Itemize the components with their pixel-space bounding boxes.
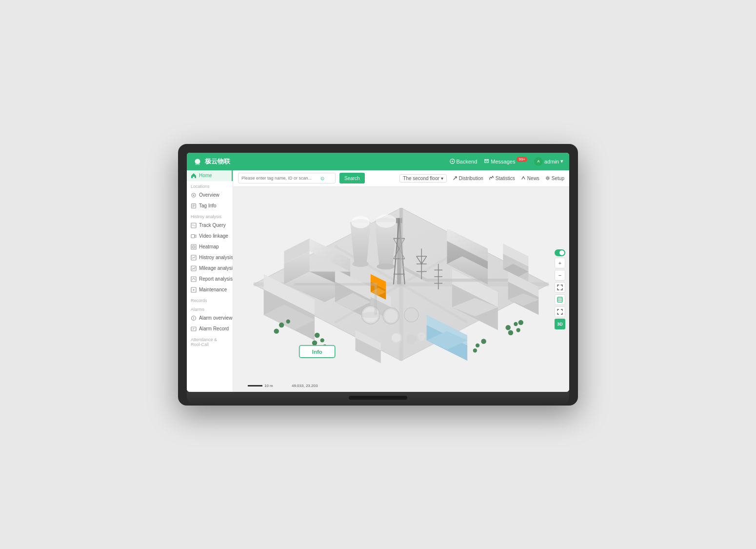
admin-label: admin	[544, 159, 559, 164]
laptop-screen: 极云物联 Backend Messages 99+ A admin ▾	[187, 153, 569, 392]
svg-point-63	[384, 309, 398, 322]
fullscreen-button[interactable]	[555, 306, 565, 317]
statistics-nav[interactable]: Statistics	[489, 176, 515, 181]
svg-point-91	[473, 348, 477, 352]
sidebar-alarm-record-label: Alarm Record	[199, 326, 229, 331]
logo-text: 极云物联	[205, 157, 230, 166]
floor-chevron-icon: ▾	[441, 176, 443, 181]
chevron-down-icon: ▾	[560, 158, 563, 164]
svg-point-64	[404, 307, 418, 322]
sidebar-item-alarm-overview[interactable]: Alarm overview	[187, 313, 233, 324]
svg-rect-5	[191, 234, 195, 238]
svg-point-32	[376, 214, 396, 227]
sidebar-item-maintenance[interactable]: Maintenance	[187, 285, 233, 295]
sidebar-section-alarms: Alarms	[187, 304, 233, 313]
scale-label: 10 m	[264, 384, 273, 388]
logo: 极云物联	[193, 157, 230, 166]
distribution-nav[interactable]: Distribution	[453, 176, 483, 181]
sidebar-item-mileage[interactable]: Mileage analysis	[187, 263, 233, 274]
sidebar-video-label: Video linkage	[199, 233, 228, 239]
sidebar-section-history: Histroy analysis	[187, 211, 233, 220]
search-box: ⊙	[238, 173, 336, 183]
coordinates-display: 49.033, 23.203	[292, 384, 318, 388]
svg-point-80	[312, 340, 317, 345]
app-header: 极云物联 Backend Messages 99+ A admin ▾	[187, 153, 569, 170]
svg-point-89	[476, 343, 479, 347]
search-button[interactable]: Search	[339, 173, 365, 183]
svg-point-82	[315, 332, 319, 337]
layer-toggle[interactable]	[555, 249, 565, 256]
sidebar-section-attendance: Attendance & Rool-Call	[187, 334, 233, 348]
svg-point-30	[377, 263, 395, 269]
backend-link[interactable]: Backend	[450, 159, 477, 164]
sidebar-history-label: Histroy analysis	[199, 255, 233, 260]
sidebar-maintenance-label: Maintenance	[199, 287, 227, 292]
distribution-label: Distribution	[459, 176, 483, 181]
svg-point-92	[279, 322, 284, 327]
scale-bar: 10 m	[248, 384, 273, 388]
search-input[interactable]	[239, 176, 319, 181]
map-container[interactable]: Info + −	[233, 187, 569, 392]
sidebar-section-locations: Locations	[187, 181, 233, 190]
floor-selector[interactable]: The second floor ▾	[399, 174, 447, 183]
sidebar-item-track-query[interactable]: Track Query	[187, 220, 233, 231]
sidebar-overview-label: Overview	[199, 192, 219, 198]
sidebar-heatmap-label: Heatmap	[199, 244, 219, 249]
sidebar-item-heatmap[interactable]: Heatmap	[187, 242, 233, 252]
laptop-frame: 极云物联 Backend Messages 99+ A admin ▾	[178, 144, 578, 406]
messages-link[interactable]: Messages 99+	[484, 159, 527, 164]
svg-point-88	[518, 320, 523, 325]
sidebar-track-label: Track Query	[199, 223, 226, 228]
scale-line	[248, 385, 262, 386]
sidebar-tag-info-label: Tag Info	[199, 203, 217, 208]
zoom-out-button[interactable]: −	[555, 270, 565, 281]
svg-point-84	[506, 325, 511, 330]
setup-nav[interactable]: Setup	[545, 176, 564, 181]
svg-point-76	[418, 332, 426, 340]
svg-point-87	[516, 328, 520, 332]
svg-point-27	[352, 261, 368, 267]
sidebar-item-home[interactable]: Home	[187, 170, 233, 181]
sidebar-item-video-linkage[interactable]: Video linkage	[187, 231, 233, 242]
sidebar-item-tag-info[interactable]: Tag Info	[187, 201, 233, 211]
news-nav[interactable]: News	[521, 176, 539, 181]
toolbar: ⊙ Search The second floor ▾ Distribution	[233, 170, 569, 187]
svg-point-31	[351, 216, 370, 228]
sidebar-section-records: Records	[187, 295, 233, 304]
header-right: Backend Messages 99+ A admin ▾	[450, 157, 564, 166]
content-area: ⊙ Search The second floor ▾ Distribution	[233, 170, 569, 392]
svg-point-93	[286, 319, 290, 323]
main-layout: Home Locations Overview Tag Info Histroy…	[187, 170, 569, 392]
svg-point-85	[514, 322, 517, 325]
svg-rect-107	[557, 297, 562, 302]
statistics-label: Statistics	[496, 176, 515, 181]
sidebar-item-history-analysis[interactable]: Histroy analysis	[187, 252, 233, 263]
fit-button[interactable]	[555, 282, 565, 293]
sidebar-mileage-label: Mileage analysis	[199, 265, 233, 271]
laptop-base	[187, 392, 569, 406]
sidebar: Home Locations Overview Tag Info Histroy…	[187, 170, 233, 392]
svg-point-7	[192, 245, 195, 248]
svg-point-86	[508, 330, 513, 335]
zoom-in-button[interactable]: +	[555, 258, 565, 268]
setup-label: Setup	[552, 176, 564, 181]
scan-icon[interactable]: ⊙	[319, 175, 326, 182]
layers-button[interactable]	[555, 294, 565, 305]
admin-avatar: A	[534, 157, 543, 166]
sidebar-home-label: Home	[199, 173, 212, 178]
svg-point-14	[547, 177, 549, 179]
svg-point-81	[320, 338, 324, 342]
svg-point-2	[193, 194, 195, 196]
news-label: News	[527, 176, 539, 181]
sidebar-report-label: Report analysis	[199, 276, 233, 282]
sidebar-item-report[interactable]: Report analysis	[187, 274, 233, 285]
sidebar-item-overview[interactable]: Overview	[187, 190, 233, 201]
3d-mode-button[interactable]: 3D	[555, 319, 565, 329]
admin-menu[interactable]: A admin ▾	[534, 157, 563, 166]
svg-text:Info: Info	[312, 348, 322, 354]
svg-point-74	[392, 333, 401, 342]
svg-point-61	[361, 311, 380, 318]
sidebar-item-alarm-record[interactable]: Alarm Record	[187, 324, 233, 334]
sidebar-alarm-overview-label: Alarm overview	[199, 315, 232, 321]
floor-label: The second floor	[403, 176, 439, 181]
